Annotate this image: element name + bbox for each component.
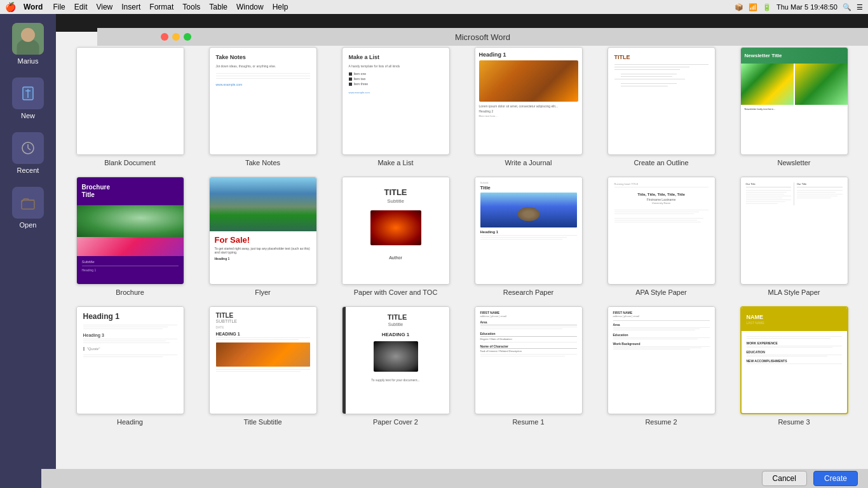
template-label-blank: Blank Document (104, 159, 156, 166)
template-label-resume3: Resume 3 (778, 418, 810, 426)
menu-tools[interactable]: Tools (182, 3, 200, 11)
menu-table[interactable]: Table (209, 3, 227, 11)
new-label: New (21, 112, 35, 119)
menu-insert[interactable]: Insert (121, 3, 140, 11)
menu-view[interactable]: View (96, 3, 112, 11)
template-label-resume1: Resume 1 (512, 418, 544, 426)
template-resume2[interactable]: FIRST NAME address | phone | email Area … (600, 306, 722, 426)
template-resume1[interactable]: FIRST NAME address | phone | email Area … (467, 306, 590, 426)
template-thumb-resume1: FIRST NAME address | phone | email Area … (475, 306, 583, 414)
app-name[interactable]: Word (24, 3, 43, 11)
window-title: Microsoft Word (455, 32, 510, 42)
sidebar-item-new[interactable]: New (3, 74, 53, 123)
maximize-button[interactable] (184, 33, 191, 41)
template-blank[interactable]: Blank Document (69, 47, 191, 166)
svg-rect-6 (22, 200, 34, 209)
template-thumb-heading: Heading 1 Heading 3 "Quote" (76, 306, 184, 414)
new-icon (12, 78, 44, 109)
template-thumb-apa: Running head: TITLE Title, Title, Title,… (607, 177, 715, 285)
template-thumb-research: Subtitle Title Heading 1 (475, 177, 583, 285)
template-grid-container: Blank Document Take Notes Jot down ideas… (56, 32, 868, 488)
template-thumb-resume3: NAME LAST NAME WORK EXPERIENCE EDUCATION (740, 306, 848, 414)
template-label-take-notes: Take Notes (245, 159, 280, 166)
menu-edit[interactable]: Edit (74, 3, 88, 11)
template-thumb-newsletter: Newsletter Title Newsletter body text he… (740, 47, 848, 155)
template-paper-cover[interactable]: TITLE Subtitle Author Paper with Cover a… (334, 177, 457, 296)
template-grid: Blank Document Take Notes Jot down ideas… (69, 44, 855, 426)
template-label-resume2: Resume 2 (645, 418, 677, 426)
search-icon[interactable]: 🔍 (843, 3, 851, 11)
template-thumb-title-sub: TITLE SUBTITLE DATE HEADING 1 (209, 306, 317, 414)
template-label-brochure: Brochure (116, 288, 144, 296)
template-thumb-journal: Heading 1 Lorem ipsum dolor sit amet, co… (475, 47, 583, 155)
template-thumb-mla: Our Title (740, 177, 848, 285)
wifi-icon: 📶 (749, 3, 757, 11)
template-thumb-brochure: BrochureTitle Subtitle Heading 1 (76, 177, 184, 285)
cancel-button[interactable]: Cancel (762, 471, 807, 486)
template-journal[interactable]: Heading 1 Lorem ipsum dolor sit amet, co… (467, 47, 590, 166)
svg-line-5 (28, 148, 31, 150)
menu-file[interactable]: File (53, 3, 65, 11)
menu-format[interactable]: Format (149, 3, 173, 11)
template-outline[interactable]: TITLE Create an Outline (600, 47, 722, 166)
sidebar-item-recent[interactable]: Recent (3, 128, 53, 178)
recent-label: Recent (17, 166, 39, 174)
template-thumb-paper-cover2: TITLE Subtitle HEADING 1 To supply text … (342, 306, 450, 414)
template-label-paper-cover: Paper with Cover and TOC (354, 288, 438, 296)
open-label: Open (20, 221, 37, 229)
template-mla[interactable]: Our Title (733, 177, 855, 296)
template-label-mla: MLA Style Paper (768, 288, 820, 296)
template-label-outline: Create an Outline (634, 159, 688, 166)
create-button[interactable]: Create (813, 471, 858, 486)
template-thumb-blank (76, 47, 184, 155)
clock: Thu Mar 5 19:48:50 (776, 3, 837, 11)
template-thumb-make-list: Make a List A handy template for lists o… (342, 47, 450, 155)
menu-items: File Edit View Insert Format Tools Table… (53, 3, 288, 11)
template-thumb-resume2: FIRST NAME address | phone | email Area … (607, 306, 715, 414)
template-resume3[interactable]: NAME LAST NAME WORK EXPERIENCE EDUCATION (733, 306, 855, 426)
avatar (12, 23, 44, 55)
template-take-notes[interactable]: Take Notes Jot down ideas, thoughts, or … (201, 47, 324, 166)
template-label-title-sub: Title Subtitle (243, 418, 281, 426)
template-newsletter[interactable]: Newsletter Title Newsletter body text he… (733, 47, 855, 166)
word-sidebar: Marius New Recent (0, 14, 56, 488)
template-label-journal: Write a Journal (505, 159, 552, 166)
template-thumb-outline: TITLE (607, 47, 715, 155)
template-label-make-list: Make a List (377, 159, 413, 166)
apple-menu[interactable]: 🍎 (5, 2, 16, 12)
template-apa[interactable]: Running head: TITLE Title, Title, Title,… (600, 177, 722, 296)
sidebar-item-open[interactable]: Open (3, 183, 53, 233)
user-profile[interactable]: Marius (3, 19, 53, 69)
title-bar: Microsoft Word (97, 28, 868, 46)
template-label-flyer: Flyer (255, 288, 270, 296)
menu-window[interactable]: Window (236, 3, 264, 11)
template-label-heading: Heading (117, 418, 143, 426)
template-thumb-paper-cover: TITLE Subtitle Author (342, 177, 450, 285)
template-label-paper-cover2: Paper Cover 2 (373, 418, 418, 426)
menubar-right: 📦 📶 🔋 Thu Mar 5 19:48:50 🔍 ☰ (735, 3, 863, 11)
close-button[interactable] (161, 33, 168, 41)
menu-help[interactable]: Help (273, 3, 288, 11)
template-label-newsletter: Newsletter (778, 159, 811, 166)
template-label-research: Research Paper (503, 288, 554, 296)
menu-icon[interactable]: ☰ (857, 3, 863, 11)
template-make-list[interactable]: Make a List A handy template for lists o… (334, 47, 457, 166)
template-label-apa: APA Style Paper (635, 288, 687, 296)
template-title-sub[interactable]: TITLE SUBTITLE DATE HEADING 1 Title Subt… (201, 306, 324, 426)
open-icon (12, 187, 44, 219)
recent-icon (12, 132, 44, 164)
template-heading[interactable]: Heading 1 Heading 3 "Quote" (69, 306, 191, 426)
template-flyer[interactable]: For Sale! To get started right away, jus… (201, 177, 324, 296)
menubar: 🍎 Word File Edit View Insert Format Tool… (0, 0, 868, 14)
user-name-label: Marius (17, 57, 38, 65)
template-brochure[interactable]: BrochureTitle Subtitle Heading 1 (69, 177, 191, 296)
battery-icon: 🔋 (763, 3, 771, 11)
template-thumb-take-notes: Take Notes Jot down ideas, thoughts, or … (209, 47, 317, 155)
dropbox-icon: 📦 (735, 3, 743, 11)
template-research[interactable]: Subtitle Title Heading 1 Research Paper (467, 177, 590, 296)
main-container: Marius New Recent (0, 14, 868, 488)
template-thumb-flyer: For Sale! To get started right away, jus… (209, 177, 317, 285)
bottom-bar: Cancel Create (41, 469, 868, 488)
minimize-button[interactable] (172, 33, 180, 41)
template-paper-cover2[interactable]: TITLE Subtitle HEADING 1 To supply text … (334, 306, 457, 426)
